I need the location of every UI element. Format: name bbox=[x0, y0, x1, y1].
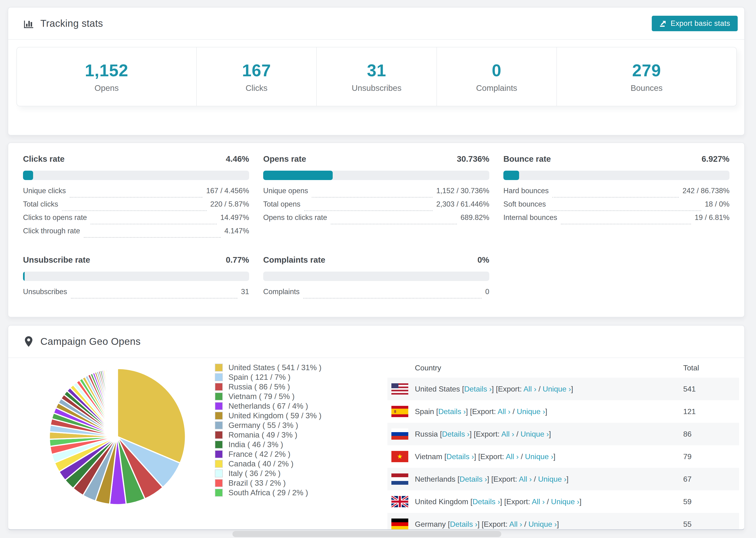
legend-label: Romania ( 49 / 3% ) bbox=[229, 430, 297, 439]
geo-table-body: United States [Details ›] [Export: All ›… bbox=[387, 378, 739, 530]
export-prefix: Export: bbox=[507, 497, 530, 506]
table-row: Netherlands [Details ›] [Export: All › /… bbox=[387, 468, 739, 490]
dotted-leader bbox=[553, 197, 679, 198]
details-link[interactable]: Details › bbox=[442, 430, 469, 438]
legend-label: Russia ( 86 / 5% ) bbox=[229, 382, 290, 391]
export-all-link[interactable]: All › bbox=[501, 430, 514, 438]
export-all-link[interactable]: All › bbox=[509, 520, 522, 528]
export-all-link[interactable]: All › bbox=[519, 475, 532, 483]
rate-section: Opens rate30.736%Unique opens1,152 / 30.… bbox=[263, 154, 489, 240]
country-name: Russia bbox=[415, 430, 438, 438]
country-name: United Kingdom bbox=[415, 497, 468, 506]
export-all-link[interactable]: All › bbox=[498, 407, 511, 416]
legend-item: United Kingdom ( 59 / 3% ) bbox=[215, 411, 365, 420]
stat-cell: 1,152Opens bbox=[17, 47, 197, 106]
rate-rows: Unsubscribes31 bbox=[23, 288, 249, 301]
legend-item: Canada ( 40 / 2% ) bbox=[215, 459, 365, 468]
legend-item: Russia ( 86 / 5% ) bbox=[215, 382, 365, 392]
geo-title: Campaign Geo Opens bbox=[40, 336, 141, 347]
dotted-leader bbox=[304, 210, 433, 211]
bar-chart-icon bbox=[23, 18, 34, 29]
rate-value: 0% bbox=[477, 255, 489, 265]
total-cell: 79 bbox=[683, 452, 692, 461]
rate-section-header: Unsubscribe rate0.77% bbox=[23, 255, 249, 265]
export-all-link[interactable]: All › bbox=[506, 452, 519, 461]
details-link[interactable]: Details › bbox=[450, 520, 477, 528]
rate-title: Unsubscribe rate bbox=[23, 255, 90, 265]
rate-row-value: 18 / 0% bbox=[705, 200, 729, 208]
legend-swatch bbox=[215, 412, 223, 420]
legend-swatch bbox=[215, 469, 223, 477]
rates-card: Clicks rate4.46%Unique clicks167 / 4.456… bbox=[8, 142, 745, 317]
export-basic-stats-button[interactable]: Export basic stats bbox=[652, 16, 738, 31]
dotted-leader bbox=[84, 237, 221, 238]
rate-row-label: Total opens bbox=[263, 200, 300, 208]
details-link[interactable]: Details › bbox=[464, 385, 492, 393]
legend-label: Netherlands ( 67 / 4% ) bbox=[229, 402, 308, 410]
rate-row-value: 2,303 / 61.446% bbox=[436, 200, 489, 208]
export-unique-link[interactable]: Unique › bbox=[520, 430, 549, 438]
map-pin-icon bbox=[23, 336, 34, 347]
table-row: Spain [Details ›] [Export: All › / Uniqu… bbox=[387, 400, 739, 423]
dotted-leader bbox=[71, 298, 237, 298]
stat-cell: 279Bounces bbox=[557, 47, 736, 106]
rate-row: Unique clicks167 / 4.456% bbox=[23, 187, 249, 200]
rate-row-value: 4.147% bbox=[225, 227, 249, 235]
details-link[interactable]: Details › bbox=[459, 475, 487, 483]
export-all-link[interactable]: All › bbox=[523, 385, 536, 393]
export-unique-link[interactable]: Unique › bbox=[543, 385, 571, 393]
rate-row-label: Unsubscribes bbox=[23, 288, 67, 296]
export-unique-link[interactable]: Unique › bbox=[538, 475, 567, 483]
rate-row: Total opens2,303 / 61.446% bbox=[263, 200, 489, 213]
rate-row-label: Unique opens bbox=[263, 187, 308, 195]
country-cell: Spain [Details ›] [Export: All › / Uniqu… bbox=[415, 407, 683, 416]
geo-header: Campaign Geo Opens bbox=[8, 326, 744, 358]
table-row: Vietnam [Details ›] [Export: All › / Uni… bbox=[387, 445, 739, 468]
legend-label: United States ( 541 / 31% ) bbox=[229, 363, 321, 372]
stat-label: Opens bbox=[94, 83, 119, 93]
legend-swatch bbox=[215, 489, 223, 497]
rate-row: Opens to clicks rate689.82% bbox=[263, 213, 489, 227]
tracking-stats-header: Tracking stats Export basic stats bbox=[8, 8, 744, 40]
export-unique-link[interactable]: Unique › bbox=[525, 452, 553, 461]
details-link[interactable]: Details › bbox=[438, 407, 466, 416]
stat-cell: 167Clicks bbox=[197, 47, 317, 106]
legend-item: Germany ( 55 / 3% ) bbox=[215, 420, 365, 430]
rate-section-header: Opens rate30.736% bbox=[263, 154, 489, 164]
dotted-leader bbox=[561, 224, 691, 224]
rate-row: Complaints0 bbox=[263, 288, 489, 301]
rate-progress-track bbox=[503, 171, 729, 180]
stat-label: Bounces bbox=[631, 83, 663, 93]
geo-pie-chart[interactable] bbox=[47, 366, 188, 507]
pie-legend: United States ( 541 / 31% )Spain ( 121 /… bbox=[215, 363, 365, 497]
details-link[interactable]: Details › bbox=[447, 452, 474, 461]
rate-row: Click through rate4.147% bbox=[23, 227, 249, 240]
column-header-country: Country bbox=[415, 364, 683, 372]
rate-row: Total clicks220 / 5.87% bbox=[23, 200, 249, 213]
stat-label: Complaints bbox=[476, 83, 517, 93]
rate-title: Bounce rate bbox=[503, 154, 551, 164]
details-link[interactable]: Details › bbox=[472, 497, 500, 506]
legend-item: Spain ( 121 / 7% ) bbox=[215, 372, 365, 382]
country-name: Spain bbox=[415, 407, 434, 416]
export-unique-link[interactable]: Unique › bbox=[528, 520, 557, 528]
export-prefix: Export: bbox=[480, 452, 504, 461]
export-all-link[interactable]: All › bbox=[532, 497, 545, 506]
rate-progress-track bbox=[263, 171, 489, 180]
legend-item: United States ( 541 / 31% ) bbox=[215, 363, 365, 372]
us-flag-icon bbox=[391, 383, 415, 395]
legend-label: Spain ( 121 / 7% ) bbox=[229, 373, 291, 382]
export-unique-link[interactable]: Unique › bbox=[517, 407, 545, 416]
export-button-label: Export basic stats bbox=[671, 19, 730, 28]
rate-section-header: Clicks rate4.46% bbox=[23, 154, 249, 164]
country-cell: Russia [Details ›] [Export: All › / Uniq… bbox=[415, 430, 683, 439]
legend-swatch bbox=[215, 479, 223, 487]
export-unique-link[interactable]: Unique › bbox=[551, 497, 579, 506]
country-cell: Germany [Details ›] [Export: All › / Uni… bbox=[415, 520, 683, 529]
stat-label: Unsubscribes bbox=[352, 83, 402, 93]
rate-row-value: 19 / 6.81% bbox=[695, 213, 729, 222]
legend-swatch bbox=[215, 441, 223, 449]
rate-rows: Unique clicks167 / 4.456%Total clicks220… bbox=[23, 187, 249, 240]
dotted-leader bbox=[62, 210, 207, 211]
horizontal-scrollbar-thumb[interactable] bbox=[233, 531, 501, 537]
